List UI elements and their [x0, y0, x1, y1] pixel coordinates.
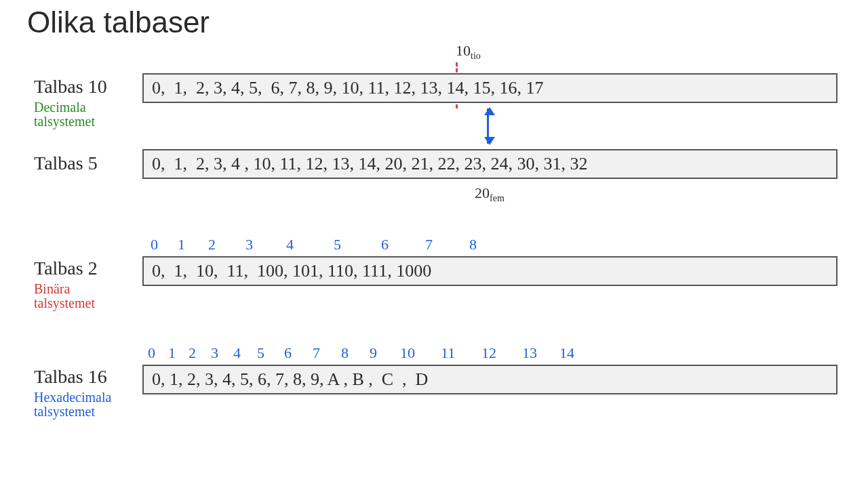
- index-value: 4: [286, 236, 334, 253]
- index-value: 11: [441, 344, 481, 362]
- index-value: 8: [469, 236, 496, 253]
- index-value: 0: [151, 236, 178, 253]
- sublabel-base16: Hexadecimala talsystemet: [34, 390, 111, 419]
- annotation-twenty-fem: 20fem: [475, 184, 505, 204]
- index-value: 3: [245, 236, 286, 253]
- label-base5: Talbas 5: [34, 152, 98, 174]
- values-base16: 0, 1, 2, 3, 4, 5, 6, 7, 8, 9, A , B , C …: [142, 365, 837, 394]
- index-value: 6: [381, 236, 425, 253]
- index-value: 7: [425, 236, 469, 253]
- index-value: 5: [257, 344, 284, 362]
- label-base2: Talbas 2: [34, 258, 98, 279]
- index-value: 5: [334, 236, 381, 253]
- index-value: 1: [168, 344, 189, 362]
- arrow-blue-vertical: [487, 108, 489, 144]
- index-value: 12: [481, 344, 522, 362]
- sublabel-base10: Decimala talsystemet: [34, 100, 95, 129]
- index-value: 10: [400, 344, 441, 362]
- index-value: 6: [284, 344, 313, 362]
- index-value: 4: [233, 344, 257, 362]
- index-value: 8: [341, 344, 370, 362]
- index-value: 2: [189, 344, 211, 362]
- index-value: 3: [211, 344, 233, 362]
- label-base10: Talbas 10: [34, 76, 107, 98]
- values-base2: 0, 1, 10, 11, 100, 101, 110, 111, 1000: [142, 256, 837, 286]
- index-value: 2: [208, 236, 245, 253]
- index-value: 14: [559, 344, 587, 362]
- sublabel-base2: Binära talsystemet: [34, 282, 95, 310]
- index-value: 1: [178, 236, 208, 253]
- index-value: 7: [313, 344, 341, 362]
- index-base16: 01234567891011121314: [148, 344, 587, 362]
- values-base5: 0, 1, 2, 3, 4 , 10, 11, 12, 13, 14, 20, …: [142, 149, 837, 179]
- index-base2: 012345678: [151, 236, 496, 253]
- annotation-ten-tio: 10tio: [456, 42, 481, 62]
- page-title: Olika talbaser: [27, 5, 210, 39]
- index-value: 13: [522, 344, 559, 362]
- values-base10: 0, 1, 2, 3, 4, 5, 6, 7, 8, 9, 10, 11, 12…: [142, 73, 837, 103]
- index-value: 9: [370, 344, 400, 362]
- index-value: 0: [148, 344, 168, 362]
- label-base16: Talbas 16: [34, 366, 107, 388]
